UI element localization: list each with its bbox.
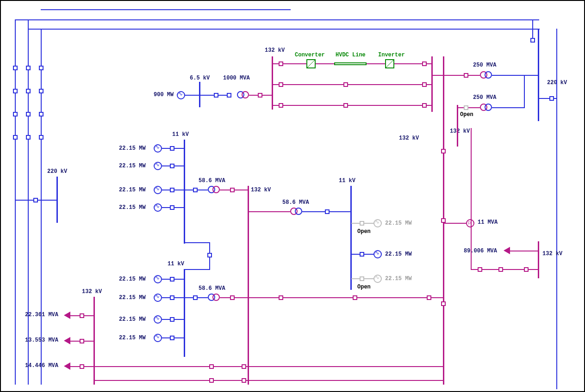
breaker-icon[interactable]: [422, 103, 427, 108]
wire: [443, 223, 466, 224]
load-icon: [64, 312, 70, 319]
breaker-icon[interactable]: [39, 66, 44, 70]
wire: [492, 75, 538, 76]
breaker-icon[interactable]: [170, 317, 174, 322]
breaker-icon[interactable]: [39, 135, 44, 140]
wire: [457, 107, 480, 108]
generator-icon: [154, 275, 162, 283]
breaker-icon[interactable]: [170, 188, 174, 192]
breaker-open-icon[interactable]: [360, 221, 364, 226]
breaker-open-icon[interactable]: [464, 105, 468, 110]
generator-icon: [373, 219, 382, 227]
breaker-icon[interactable]: [478, 267, 482, 272]
breaker-icon[interactable]: [441, 218, 446, 223]
breaker-icon[interactable]: [422, 82, 427, 87]
breaker-icon[interactable]: [464, 73, 468, 78]
bus-label: 132 kV: [450, 128, 470, 135]
wire: [220, 297, 444, 298]
breaker-icon[interactable]: [343, 103, 348, 108]
breaker-icon[interactable]: [170, 164, 174, 168]
breaker-icon[interactable]: [258, 93, 262, 98]
breaker-icon[interactable]: [26, 135, 31, 140]
breaker-icon[interactable]: [26, 112, 31, 116]
bus-label: 132 kV: [251, 187, 271, 193]
rating-label: 58.6 MVA: [199, 285, 225, 292]
open-label: Open: [460, 111, 473, 118]
breaker-icon[interactable]: [242, 364, 246, 369]
wire: [510, 251, 538, 251]
breaker-open-icon[interactable]: [360, 276, 364, 281]
wire: [185, 95, 199, 96]
bus-label: 132 kV: [82, 288, 102, 295]
breaker-icon[interactable]: [80, 364, 84, 369]
breaker-icon[interactable]: [279, 61, 283, 66]
breaker-icon[interactable]: [524, 267, 529, 272]
load-label: 13.553 MVA: [25, 337, 58, 343]
breaker-icon[interactable]: [230, 295, 235, 300]
bus-label: 132 kV: [542, 251, 562, 257]
transformer-icon: [480, 71, 493, 80]
rating-label: 22.15 MW: [385, 276, 412, 282]
single-line-diagram: 220 kV 132 kV 22.361 MVA 13.553 MVA 14.4…: [0, 0, 585, 392]
breaker-icon[interactable]: [13, 112, 18, 116]
rating-label: 1000 MVA: [223, 75, 250, 81]
motor-icon: [466, 219, 474, 227]
bus-132kv-top: [272, 56, 273, 110]
generator-icon: [154, 186, 162, 194]
breaker-icon[interactable]: [441, 301, 446, 306]
wire: [15, 19, 533, 20]
breaker-icon[interactable]: [279, 82, 283, 87]
breaker-icon[interactable]: [422, 61, 427, 66]
wire: [556, 29, 557, 389]
breaker-icon[interactable]: [80, 339, 84, 343]
transformer-icon: [480, 104, 493, 112]
breaker-icon[interactable]: [39, 89, 44, 93]
breaker-icon[interactable]: [549, 96, 554, 101]
breaker-icon[interactable]: [441, 149, 446, 153]
breaker-icon[interactable]: [498, 267, 503, 272]
breaker-icon[interactable]: [170, 205, 174, 210]
rating-label: 22.15 MW: [119, 204, 146, 211]
breaker-icon[interactable]: [427, 295, 431, 300]
bus-label: 6.5 kV: [190, 75, 210, 81]
breaker-icon[interactable]: [325, 209, 330, 214]
breaker-icon[interactable]: [279, 103, 283, 108]
breaker-icon[interactable]: [26, 89, 31, 93]
breaker-icon[interactable]: [360, 252, 364, 257]
generator-icon: [154, 203, 162, 212]
breaker-icon[interactable]: [343, 82, 348, 87]
breaker-icon[interactable]: [170, 146, 174, 151]
breaker-icon[interactable]: [242, 378, 246, 383]
breaker-icon[interactable]: [207, 253, 212, 257]
generator-icon: [154, 294, 162, 302]
breaker-icon[interactable]: [39, 112, 44, 116]
breaker-icon[interactable]: [170, 277, 174, 282]
breaker-icon[interactable]: [209, 378, 214, 383]
breaker-icon[interactable]: [279, 295, 283, 300]
bus-11kv-c: [350, 186, 352, 290]
rating-label: 58.6 MVA: [282, 199, 309, 206]
breaker-icon[interactable]: [26, 66, 31, 70]
bus-132kv-loads: [93, 297, 95, 385]
breaker-icon[interactable]: [214, 93, 218, 98]
bus-220kv-right: [538, 29, 539, 121]
breaker-icon[interactable]: [230, 188, 235, 192]
breaker-icon[interactable]: [353, 295, 357, 300]
generator-icon: [177, 91, 185, 99]
breaker-icon[interactable]: [13, 66, 18, 70]
wire: [492, 107, 524, 108]
breaker-icon[interactable]: [209, 364, 214, 369]
breaker-icon[interactable]: [227, 93, 231, 98]
breaker-icon[interactable]: [193, 295, 198, 300]
bus-11kv-b: [184, 269, 185, 357]
breaker-icon[interactable]: [170, 336, 174, 340]
breaker-icon[interactable]: [530, 38, 535, 43]
breaker-icon[interactable]: [13, 135, 18, 140]
breaker-icon[interactable]: [80, 313, 84, 318]
breaker-icon[interactable]: [13, 89, 18, 93]
breaker-icon[interactable]: [170, 295, 174, 300]
rating-label: 22.15 MW: [119, 163, 146, 169]
breaker-icon[interactable]: [33, 198, 38, 202]
wire: [41, 29, 42, 385]
breaker-icon[interactable]: [193, 188, 198, 192]
